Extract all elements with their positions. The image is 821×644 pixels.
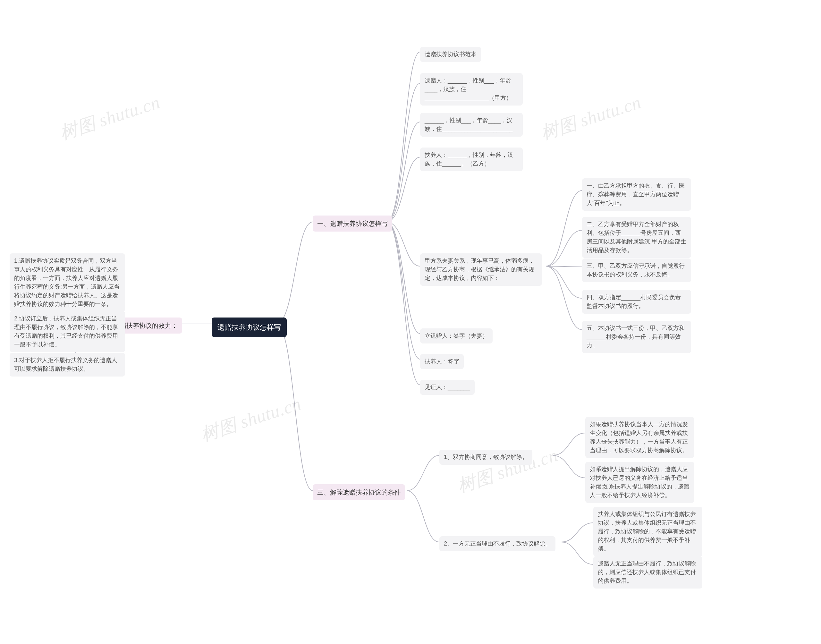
section-1[interactable]: 一、遗赠扶养协议怎样写 xyxy=(313,216,392,232)
s1-item-4: 扶养人：______，性别，年龄，汉族，住______。（乙方） xyxy=(420,147,523,171)
s3-item-1: 1、双方协商同意，致协议解除。 xyxy=(440,450,532,465)
clause-1: 一、由乙方承担甲方的衣、食、行、医疗、殡葬等费用，直至甲方两位遗赠人"百年"为止… xyxy=(582,178,691,211)
s1-item-6: 立遗赠人：签字（夫妻） xyxy=(420,328,493,343)
s3-sub1-a: 如果遗赠扶养协议当事人一方的情况发生变化（包括遗赠人另有亲属扶养或扶养人丧失扶养… xyxy=(585,417,694,458)
clause-5: 五、本协议书一式三份，甲、乙双方和______村委会各持一份，具有同等效力。 xyxy=(582,321,691,353)
s1-item-2: 遗赠人：______，性别___，年龄____，汉族，住____________… xyxy=(420,73,523,106)
s1-item-7: 扶养人：签字 xyxy=(420,354,464,369)
s3-sub2-a: 扶养人或集体组织与公民订有遗赠扶养协议，扶养人或集体组织无正当理由不履行，致协议… xyxy=(593,507,702,557)
s3-sub1-b: 如系遗赠人提出解除协议的，遗赠人应对扶养人已尽的义务在经济上给予适当补偿;如系扶… xyxy=(585,462,694,503)
s3-sub2-b: 遗赠人无正当理由不履行，致协议解除的，则应偿还扶养人或集体组织已支付的供养费用。 xyxy=(593,556,702,589)
watermark: 树图 shutu.cn xyxy=(57,90,163,146)
s2-item-3: 3.对于扶养人拒不履行扶养义务的遗赠人可以要求解除遗赠扶养协议。 xyxy=(10,353,125,377)
s3-item-2: 2、一方无正当理由不履行，致协议解除。 xyxy=(440,536,556,551)
s2-item-1: 1.遗赠扶养协议实质是双务合同，双方当事人的权利义务具有对应性。从履行义务的角度… xyxy=(10,253,125,312)
s1-item-5: 甲方系夫妻关系，现年事已高，体弱多病，现经与乙方协商，根据《继承法》的有关规定，… xyxy=(420,253,542,286)
root-node[interactable]: 遗赠扶养协议怎样写 xyxy=(212,317,287,337)
clause-4: 四、双方指定______村民委员会负责监督本协议书的履行。 xyxy=(582,290,691,314)
section-3[interactable]: 三、解除遗赠扶养协议的条件 xyxy=(313,484,405,500)
s1-item-8: 见证人：_______ xyxy=(420,380,475,395)
watermark: 树图 shutu.cn xyxy=(538,90,644,146)
watermark: 树图 shutu.cn xyxy=(198,392,304,448)
s2-item-2: 2.协议订立后，扶养人或集体组织无正当理由不履行协议，致协议解除的，不能享有受遗… xyxy=(10,311,125,352)
clause-3: 三、甲、乙双方应信守承诺，自觉履行本协议书的权利义务，永不反悔。 xyxy=(582,259,691,282)
clause-2: 二、乙方享有受赠甲方全部财产的权利。包括位于______号房屋五间，西房三间以及… xyxy=(582,217,691,258)
s1-item-3: ______，性别___，年龄____，汉族，住________________… xyxy=(420,113,523,136)
s1-item-1: 遗赠扶养协议书范本 xyxy=(420,47,481,62)
